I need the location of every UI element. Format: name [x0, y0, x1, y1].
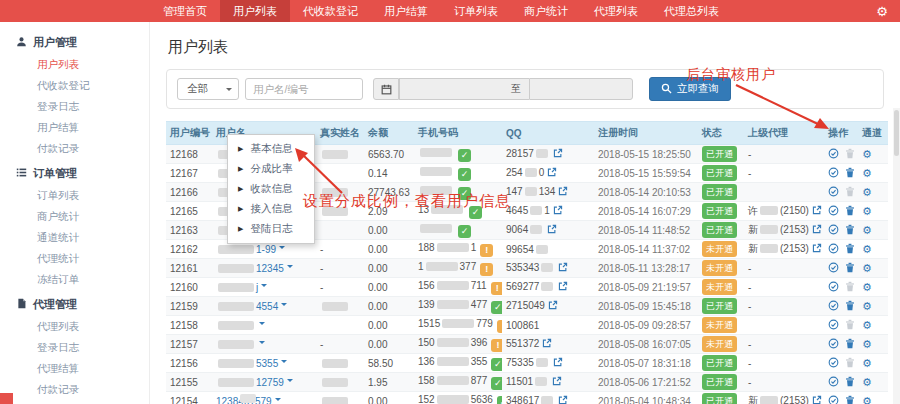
username-link[interactable]: j — [256, 282, 258, 293]
sidebar-item-1-1[interactable]: 商户统计 — [0, 206, 149, 227]
audit-user-icon[interactable] — [828, 300, 839, 313]
agent-link-icon[interactable] — [812, 243, 822, 255]
dropdown-caret-icon[interactable] — [275, 398, 281, 404]
audit-user-icon[interactable] — [828, 376, 839, 389]
channel-gear-icon[interactable]: ⚙ — [862, 262, 872, 274]
qq-link-icon[interactable] — [558, 395, 568, 404]
audit-user-icon[interactable] — [828, 186, 839, 199]
cell-username[interactable] — [212, 316, 316, 335]
delete-icon[interactable] — [845, 395, 855, 404]
qq-link-icon[interactable] — [558, 262, 568, 274]
audit-user-icon[interactable] — [828, 224, 839, 237]
context-menu-item-5[interactable]: ▶登陆日志 — [228, 219, 314, 239]
sidebar-item-0-1[interactable]: 代收款登记 — [0, 75, 149, 96]
channel-gear-icon[interactable]: ⚙ — [862, 205, 872, 217]
sidebar-item-1-2[interactable]: 通道统计 — [0, 227, 149, 248]
date-end-input[interactable] — [529, 78, 633, 100]
delete-icon[interactable] — [845, 262, 855, 275]
channel-gear-icon[interactable]: ⚙ — [862, 376, 872, 388]
dropdown-caret-icon[interactable] — [259, 322, 265, 328]
audit-user-icon[interactable] — [828, 357, 839, 370]
username-link[interactable]: 12759 — [256, 377, 284, 388]
sidebar-item-1-3[interactable]: 代理统计 — [0, 248, 149, 269]
channel-gear-icon[interactable]: ⚙ — [862, 148, 872, 160]
cell-username[interactable]: 1238461579 — [212, 392, 316, 404]
sidebar-item-0-2[interactable]: 登录日志 — [0, 96, 149, 117]
audit-user-icon[interactable] — [828, 281, 839, 294]
dropdown-caret-icon[interactable] — [287, 265, 293, 271]
audit-user-icon[interactable] — [828, 262, 839, 275]
date-start-input[interactable] — [399, 78, 503, 100]
channel-gear-icon[interactable]: ⚙ — [862, 167, 872, 179]
audit-user-icon[interactable] — [828, 395, 839, 404]
qq-link-icon[interactable] — [548, 300, 558, 312]
qq-link-icon[interactable] — [542, 338, 552, 350]
nav-tab-7[interactable]: 代理列表 — [581, 0, 651, 22]
agent-link-icon[interactable] — [812, 224, 822, 236]
nav-tab-6[interactable]: 商户统计 — [511, 0, 581, 22]
nav-tab-4[interactable]: 用户结算 — [371, 0, 441, 22]
qq-link-icon[interactable] — [558, 281, 568, 293]
nav-tab-3[interactable]: 代收款登记 — [290, 0, 371, 22]
cell-username[interactable]: j — [212, 278, 316, 297]
delete-icon[interactable] — [845, 300, 855, 313]
calendar-icon[interactable] — [373, 78, 399, 100]
delete-icon[interactable] — [845, 167, 855, 180]
qq-link-icon[interactable] — [558, 186, 568, 198]
channel-gear-icon[interactable]: ⚙ — [862, 224, 872, 236]
cell-username[interactable] — [212, 335, 316, 354]
username-link[interactable]: 1-99 — [256, 244, 276, 255]
sidebar-item-0-4[interactable]: 付款记录 — [0, 138, 149, 159]
filter-select[interactable]: 全部 — [177, 78, 239, 100]
channel-gear-icon[interactable]: ⚙ — [862, 357, 872, 369]
delete-icon[interactable] — [845, 148, 855, 161]
keyword-input[interactable] — [245, 78, 363, 100]
delete-icon[interactable] — [845, 319, 855, 332]
channel-gear-icon[interactable]: ⚙ — [862, 300, 872, 312]
audit-user-icon[interactable] — [828, 148, 839, 161]
agent-link-icon[interactable] — [812, 205, 822, 217]
sidebar-item-2-0[interactable]: 代理列表 — [0, 316, 149, 337]
delete-icon[interactable] — [845, 205, 855, 218]
nav-tab-2[interactable]: 用户列表 — [220, 0, 290, 22]
sidebar-item-2-1[interactable]: 登录日志 — [0, 337, 149, 358]
context-menu-item-4[interactable]: ▶接入信息 — [228, 199, 314, 219]
pagination-stub[interactable] — [240, 394, 256, 403]
audit-user-icon[interactable] — [828, 243, 839, 256]
audit-user-icon[interactable] — [828, 338, 839, 351]
sidebar-item-1-0[interactable]: 订单列表 — [0, 185, 149, 206]
qq-link-icon[interactable] — [547, 224, 557, 236]
channel-gear-icon[interactable]: ⚙ — [862, 395, 872, 404]
cell-username[interactable]: 4554 — [212, 297, 316, 316]
qq-link-icon[interactable] — [553, 357, 563, 369]
audit-user-icon[interactable] — [828, 205, 839, 218]
scrollbar-thumb[interactable] — [894, 110, 899, 156]
delete-icon[interactable] — [845, 186, 855, 199]
delete-icon[interactable] — [845, 243, 855, 256]
cell-username[interactable]: 5355 — [212, 354, 316, 373]
qq-link-icon[interactable] — [547, 167, 557, 179]
qq-link-icon[interactable] — [553, 148, 563, 160]
dropdown-caret-icon[interactable] — [287, 379, 293, 385]
dropdown-caret-icon[interactable] — [279, 246, 285, 252]
dropdown-caret-icon[interactable] — [259, 341, 265, 347]
username-link[interactable]: 5355 — [256, 358, 278, 369]
cell-username[interactable]: 12759 — [212, 373, 316, 392]
delete-icon[interactable] — [845, 338, 855, 351]
channel-gear-icon[interactable]: ⚙ — [862, 281, 872, 293]
channel-gear-icon[interactable]: ⚙ — [862, 319, 872, 331]
nav-tab-8[interactable]: 代理总列表 — [651, 0, 732, 22]
nav-tab-5[interactable]: 订单列表 — [441, 0, 511, 22]
dropdown-caret-icon[interactable] — [281, 303, 287, 309]
dropdown-caret-icon[interactable] — [261, 284, 267, 290]
sidebar-item-1-4[interactable]: 冻结订单 — [0, 269, 149, 290]
audit-user-icon[interactable] — [828, 167, 839, 180]
nav-tab-1[interactable]: 管理首页 — [150, 0, 220, 22]
dropdown-caret-icon[interactable] — [281, 360, 287, 366]
delete-icon[interactable] — [845, 281, 855, 294]
channel-gear-icon[interactable]: ⚙ — [862, 186, 872, 198]
qq-link-icon[interactable] — [553, 205, 563, 217]
delete-icon[interactable] — [845, 357, 855, 370]
channel-gear-icon[interactable]: ⚙ — [862, 338, 872, 350]
delete-icon[interactable] — [845, 224, 855, 237]
